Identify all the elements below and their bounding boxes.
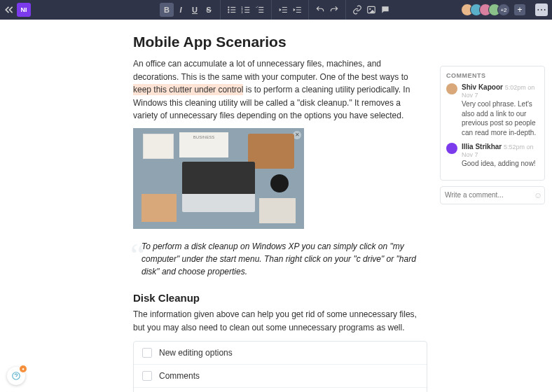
svg-rect-5 [230,12,235,13]
avatar [446,83,457,94]
checklist-item[interactable]: Comments [134,365,427,388]
image-icon[interactable] [364,3,378,17]
navbar: NI B I U S 123 [0,0,552,20]
comment[interactable]: Shiv Kapoor 5:02pm on Nov 7 Very cool ph… [446,83,539,137]
highlighted-text[interactable]: keep this clutter under control [133,84,243,95]
comments-header: COMMENTS [446,72,539,79]
comment-icon[interactable] [378,3,392,17]
checklist-item[interactable]: Collaboration indicators (moving avatars… [134,388,427,392]
redo-icon[interactable] [327,3,341,17]
svg-rect-7 [244,9,249,10]
comment-input[interactable]: ☺ [440,186,545,204]
paragraph[interactable]: An office can accumulate a lot of unnece… [133,57,427,122]
checkbox[interactable] [142,348,152,358]
add-collaborator-button[interactable]: + [514,4,525,15]
checkbox[interactable] [142,371,152,381]
checklist: New editing options Comments Collaborati… [133,341,427,392]
italic-button[interactable]: I [174,3,188,17]
back-icon[interactable] [4,5,14,15]
svg-rect-6 [244,7,249,8]
svg-text:3: 3 [242,11,243,14]
comment[interactable]: Illia Strikhar 5:52pm on Nov 7 Good idea… [446,143,539,169]
checklist-item[interactable]: New editing options [134,342,427,365]
indent-icon[interactable] [290,3,304,17]
svg-rect-1 [230,7,235,8]
ordered-list-icon[interactable]: 123 [239,3,253,17]
avatar [446,143,457,154]
undo-icon[interactable] [313,3,327,17]
svg-point-0 [228,6,229,8]
comments-panel: COMMENTS Shiv Kapoor 5:02pm on Nov 7 Ver… [440,66,545,181]
emoji-icon[interactable]: ☺ [534,190,542,200]
notification-badge: ● [20,365,27,372]
outdent-icon[interactable] [276,3,290,17]
help-chat-button[interactable]: ● [7,367,25,385]
svg-point-4 [228,11,229,13]
blockquote[interactable]: “ To perform a disk cleanup on Windows X… [133,237,427,288]
bullet-list-icon[interactable] [225,3,239,17]
editor-toolbar: B I U S 123 [156,0,396,20]
workspace-avatar[interactable]: NI [17,3,31,17]
svg-rect-14 [258,12,263,13]
comment-text-field[interactable] [445,191,534,199]
svg-rect-13 [258,9,263,10]
page-title[interactable]: Mobile App Scenarios [133,34,427,50]
paragraph[interactable]: The information given above can help you… [133,308,427,334]
heading-2[interactable]: Disk Cleanup [133,292,427,304]
svg-rect-8 [244,12,249,13]
collaborator-avatars[interactable]: +2 [464,4,510,16]
more-menu-button[interactable]: ⋯ [535,4,548,16]
inline-image[interactable]: ✕ BUSINESS [133,128,304,229]
bold-button[interactable]: B [160,3,174,17]
svg-rect-12 [258,7,263,8]
svg-rect-3 [230,9,235,10]
link-icon[interactable] [350,3,364,17]
svg-point-16 [369,8,371,10]
strike-button[interactable]: S [202,3,216,17]
check-list-icon[interactable] [253,3,267,17]
svg-point-2 [228,9,229,10]
underline-button[interactable]: U [188,3,202,17]
